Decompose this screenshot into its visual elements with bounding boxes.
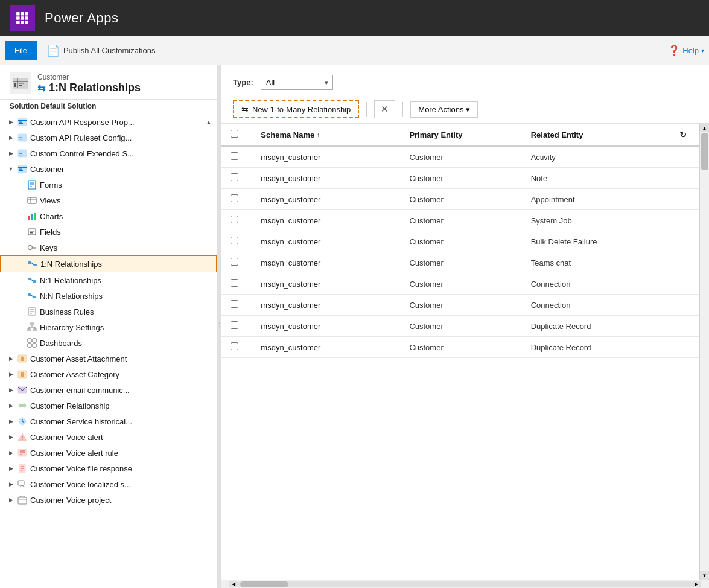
svg-rect-72 (33, 344, 36, 347)
type-select[interactable]: All Custom Standard (261, 75, 333, 90)
sidebar-item-customer[interactable]: ▼ Customer (0, 161, 217, 177)
refresh-icon[interactable]: ↻ (679, 130, 687, 139)
entity-tree-icon (17, 369, 28, 380)
type-select-wrapper[interactable]: All Custom Standard ▾ (261, 75, 333, 90)
sidebar-item-dashboards[interactable]: ▶ Dashboards (0, 335, 217, 351)
row-checkbox[interactable] (231, 173, 238, 181)
col-header-check (221, 124, 251, 146)
table-row[interactable]: msdyn_customer Customer Connection (221, 273, 699, 295)
delete-icon: ✕ (381, 104, 389, 114)
sidebar-item-customer-relationship[interactable]: ▶ Customer Relationship (0, 398, 217, 414)
svg-rect-41 (34, 213, 36, 220)
table-container: Schema Name ↑ Primary Entity Related Ent… (221, 124, 699, 580)
svg-rect-26 (19, 153, 22, 154)
svg-point-77 (22, 404, 26, 407)
dashboards-icon (27, 337, 37, 348)
sidebar-item-customer-email-communic[interactable]: ▶ Customer email communic... (0, 382, 217, 398)
row-checkbox[interactable] (231, 216, 238, 223)
file-button[interactable]: File (5, 41, 37, 60)
row-checkbox-cell (221, 252, 251, 273)
table-row[interactable]: msdyn_customer Customer Note (221, 168, 699, 189)
horizontal-scrollbar[interactable]: ◀ ▶ (221, 580, 709, 588)
row-checkbox[interactable] (231, 152, 238, 160)
row-checkbox-cell (221, 146, 251, 168)
sort-asc-icon: ↑ (317, 132, 320, 138)
row-checkbox[interactable] (231, 279, 238, 287)
svg-line-54 (31, 279, 33, 281)
sidebar-item-customer-asset-category[interactable]: ▶ Customer Asset Category (0, 366, 217, 382)
scroll-thumb[interactable] (701, 133, 708, 170)
sidebar-item-customer-asset-attachment[interactable]: ▶ Customer Asset Attachment (0, 351, 217, 366)
col-header-refresh[interactable]: ↻ (670, 124, 699, 146)
expand-arrow-icon: ▶ (7, 402, 14, 409)
entity-tree-icon (17, 132, 28, 143)
entity-tree-icon (17, 494, 28, 505)
table-row[interactable]: msdyn_customer Customer Appointment (221, 189, 699, 210)
row-checkbox[interactable] (231, 258, 238, 266)
relationships-icon (27, 290, 37, 301)
expand-arrow-icon: ▶ (7, 481, 14, 488)
related-entity-cell: Connection (521, 273, 670, 295)
help-icon: ❓ (668, 45, 680, 56)
row-checkbox[interactable] (231, 342, 238, 350)
row-checkbox[interactable] (231, 321, 238, 329)
row-checkbox[interactable] (231, 237, 238, 244)
sidebar-item-fields[interactable]: ▶ Fields (0, 224, 217, 240)
scroll-down-button[interactable]: ▼ (700, 571, 709, 580)
sidebar-item-custom-control[interactable]: ▶ Custom Control Extended S... (0, 145, 217, 161)
select-all-checkbox[interactable] (231, 130, 238, 138)
svg-rect-44 (30, 232, 33, 234)
sidebar-item-custom-api-response[interactable]: ▶ Custom API Response Prop... ▲ (0, 114, 217, 130)
sidebar-item-charts[interactable]: ▶ Charts (0, 208, 217, 224)
expand-arrow-icon: ▶ (7, 371, 14, 378)
scroll-left-button[interactable]: ◀ (229, 581, 238, 587)
sidebar-item-business-rules[interactable]: ▶ Business Rules (0, 304, 217, 319)
row-checkbox[interactable] (231, 194, 238, 202)
sidebar-item-customer-voice-alert-rule[interactable]: ▶ Customer Voice alert rule (0, 445, 217, 461)
svg-rect-62 (31, 323, 33, 325)
row-checkbox-cell (221, 295, 251, 316)
table-row[interactable]: msdyn_customer Customer Connection (221, 295, 699, 316)
sidebar-item-n1-relationships[interactable]: ▶ N:1 Relationships (0, 272, 217, 288)
sidebar-item-keys[interactable]: ▶ Keys (0, 240, 217, 255)
delete-button[interactable]: ✕ (374, 100, 395, 118)
publish-all-button[interactable]: 📄 Publish All Customizations (42, 42, 160, 60)
sidebar-item-views[interactable]: ▶ Views (0, 193, 217, 208)
sidebar-item-hierarchy-settings[interactable]: ▶ Hierarchy Settings (0, 319, 217, 335)
table-row[interactable]: msdyn_customer Customer Teams chat (221, 252, 699, 273)
svg-rect-0 (16, 12, 19, 16)
svg-rect-14 (19, 83, 24, 84)
svg-rect-30 (19, 169, 22, 170)
table-row[interactable]: msdyn_customer Customer Duplicate Record (221, 337, 699, 358)
sidebar-item-nn-relationships[interactable]: ▶ N:N Relationships (0, 288, 217, 304)
sidebar-item-customer-voice-project[interactable]: ▶ Customer Voice project (0, 492, 217, 508)
svg-rect-92 (18, 481, 24, 485)
row-checkbox[interactable] (231, 300, 238, 308)
col-header-schema[interactable]: Schema Name ↑ (251, 124, 399, 146)
table-row[interactable]: msdyn_customer Customer Bulk Delete Fail… (221, 231, 699, 252)
new-relationship-button[interactable]: ⇆ New 1-to-Many Relationship (233, 100, 359, 118)
fields-icon (27, 226, 37, 237)
sidebar-item-forms[interactable]: ▶ Forms (0, 177, 217, 193)
h-scroll-thumb[interactable] (240, 581, 288, 587)
scroll-right-button[interactable]: ▶ (692, 581, 701, 587)
table-row[interactable]: msdyn_customer Customer Activity (221, 146, 699, 168)
table-row[interactable]: msdyn_customer Customer Duplicate Record (221, 316, 699, 337)
schema-name-cell: msdyn_customer (251, 189, 399, 210)
sidebar-item-customer-service-historical[interactable]: ▶ Customer Service historical... (0, 414, 217, 429)
row-checkbox-cell (221, 210, 251, 231)
scroll-up-button[interactable]: ▲ (700, 124, 709, 132)
sidebar-item-custom-api-ruleset[interactable]: ▶ Custom API Ruleset Config... (0, 130, 217, 145)
table-row[interactable]: msdyn_customer Customer System Job (221, 210, 699, 231)
sidebar-item-customer-voice-file-response[interactable]: ▶ Customer Voice file response (0, 461, 217, 476)
svg-rect-6 (16, 21, 19, 24)
sidebar-item-customer-voice-localized[interactable]: ▶ Customer Voice localized s... (0, 476, 217, 492)
help-button[interactable]: ❓ Help ▾ (668, 45, 704, 56)
waffle-menu-button[interactable] (10, 5, 35, 31)
sidebar-item-1n-relationships[interactable]: ▶ 1:N Relationships (0, 255, 217, 272)
keys-icon (27, 242, 37, 253)
more-actions-button[interactable]: More Actions ▾ (410, 101, 478, 118)
vertical-scrollbar[interactable]: ▲ ▼ (699, 124, 709, 580)
sidebar-item-customer-voice-alert[interactable]: ▶ Customer Voice alert (0, 429, 217, 445)
svg-point-83 (22, 439, 23, 440)
